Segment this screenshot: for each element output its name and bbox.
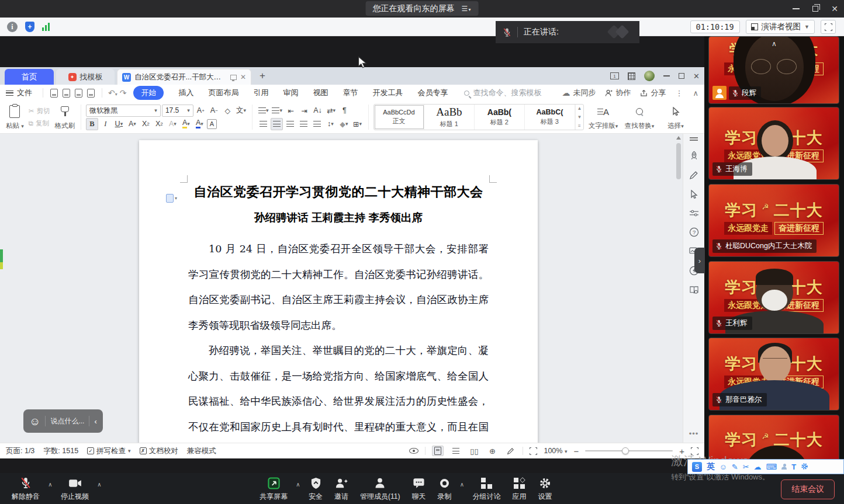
task-pane-icon[interactable] [690,137,698,141]
shield-protect-icon[interactable]: + [25,22,34,32]
format-painter-button[interactable]: 格式刷 [52,103,77,131]
align-center-icon[interactable] [271,118,283,130]
minimize-icon[interactable] [793,8,800,9]
more-tools-icon[interactable]: ••• [689,429,699,438]
tab-document[interactable]: W 自治区党委召开...干部大会(1) ✕ [117,69,251,85]
wps-minimize-icon[interactable] [663,75,670,77]
ribbon-tab-developer[interactable]: 开发工具 [372,88,403,98]
help-icon[interactable]: ? [689,227,699,237]
participant-tile[interactable]: 学习☭二十大 永远跟党走奋进新征程 王利辉 [708,261,839,334]
text-layout-button[interactable]: A 文字排版▾ [585,103,621,131]
meeting-info-icon[interactable]: i [7,22,18,32]
view-mode-button[interactable]: 演讲者视图 ▼ [746,20,815,34]
new-tab-button[interactable]: + [260,70,265,82]
page-view-icon[interactable] [432,446,444,456]
style-heading2[interactable]: AaBb( 标题 2 [475,105,525,130]
decrease-indent-icon[interactable]: ⇤ [285,105,297,117]
read-view-icon[interactable]: ▯▯ [468,446,480,456]
document-canvas[interactable]: ▾ 自治区党委召开学习贯彻党的二十大精神干部大会 孙绍骋讲话 王莉霞主持 李秀领… [0,134,683,443]
web-view-icon[interactable]: ⊕ [486,446,498,456]
ime-logo-icon[interactable]: S [692,462,702,472]
select-arrow-icon[interactable] [690,190,698,199]
scroll-up-icon[interactable] [676,136,681,140]
record-options-chevron[interactable]: ∧ [458,481,465,488]
unmute-button[interactable]: 解除静音 [7,476,44,502]
export-icon[interactable] [63,89,70,98]
underline-button[interactable]: U▾ [113,118,125,130]
proofread-button[interactable]: ✗ 文档校对 [140,446,178,456]
emoji-icon[interactable]: ☺ [29,416,40,427]
mic-options-chevron[interactable]: ∧ [47,481,54,488]
tab-home[interactable]: 首页 [5,69,54,85]
ribbon-tab-section[interactable]: 章节 [343,88,358,98]
chat-button[interactable]: 聊天 [407,476,430,502]
workspace-grid-icon[interactable] [628,72,635,80]
superscript-button[interactable]: X2 [140,118,152,130]
watching-screen-banner[interactable]: 您正在观看向东的屏幕 ☰▾ [366,1,479,16]
wps-maximize-icon[interactable] [679,73,684,79]
ribbon-tab-review[interactable]: 审阅 [283,88,298,98]
highlight-color-button[interactable]: A▾ [180,118,192,130]
ribbon-tab-view[interactable]: 视图 [313,88,328,98]
restore-icon[interactable] [812,6,818,12]
cut-button[interactable]: ✂ 剪切 [29,107,50,116]
char-shading-button[interactable]: A▾ [167,118,179,130]
pen-icon[interactable]: ✎ [732,463,738,471]
char-border-button[interactable]: A [207,119,217,129]
fit-page-icon[interactable] [530,447,537,455]
subscript-button[interactable]: X2 [153,118,165,130]
command-search[interactable]: 查找命令、搜索模板 [464,88,541,98]
expand-panel-tab[interactable]: › [694,248,705,273]
show-marks-button[interactable]: ¶ [338,105,351,117]
copy-button[interactable]: ⧉ 复制 [29,119,50,128]
skin-icon[interactable]: T [791,463,796,471]
ribbon-tab-references[interactable]: 引用 [253,88,268,98]
zoom-level[interactable]: 100% ▾ [544,447,567,455]
find-replace-button[interactable]: 查找替换▾ [621,103,658,131]
increase-indent-icon[interactable]: ⇥ [298,105,310,117]
cloud-icon[interactable]: ☁ [754,463,762,471]
bold-button[interactable]: B [86,118,98,130]
adjust-sliders-icon[interactable] [689,209,699,217]
share-options-chevron[interactable]: ∧ [295,481,302,488]
ime-settings-icon[interactable] [801,463,808,471]
more-options-icon[interactable]: ⋮ [675,89,683,98]
ribbon-tab-member[interactable]: 会员专享 [417,88,448,98]
font-name-combobox[interactable]: 微软雅黑▾ [86,105,161,117]
font-size-combobox[interactable]: 17.5▾ [162,105,193,117]
align-right-icon[interactable] [284,118,296,130]
clear-format-icon[interactable]: ◇ [222,105,234,117]
ime-language-toggle[interactable]: 英 [707,461,715,472]
quick-chat-pill[interactable]: ☺ 说点什么... ‹ [23,409,103,433]
style-heading3[interactable]: AaBbC( 标题 3 [525,105,575,130]
zoom-out-button[interactable]: − [573,446,579,456]
participant-tile[interactable]: 学习☭二十大 永远跟党走奋进新征程 杜聪DUCong内工大土木院 [708,184,839,257]
bullet-list-button[interactable]: ▾ [257,105,270,117]
paste-button[interactable]: 粘贴 ▾ [4,103,26,131]
borders-button[interactable]: ⊞▾ [351,118,364,130]
record-button[interactable]: 录制 [433,476,456,502]
word-count[interactable]: 字数: 1515 [43,446,78,456]
account-icon[interactable] [781,464,787,470]
style-normal[interactable]: AaBbCcDd 正文 [374,105,424,130]
eye-protect-icon[interactable] [409,448,418,454]
document-scrollbar[interactable] [675,135,682,442]
edit-pen-icon[interactable] [504,446,516,456]
share-screen-button[interactable]: 共享屏幕 [255,476,292,502]
scrollbar-thumb[interactable] [676,143,681,179]
strikethrough-button[interactable]: A▾ [126,118,139,130]
print-icon[interactable] [75,89,82,98]
video-options-chevron[interactable]: ∧ [96,481,103,488]
breakout-rooms-button[interactable]: 分组讨论 [468,476,505,502]
close-icon[interactable]: ✕ [831,5,838,13]
rocket-icon[interactable] [689,151,699,161]
emoji-icon[interactable]: ☺ [720,463,727,471]
distribute-icon[interactable] [311,118,323,130]
ribbon-tab-page-layout[interactable]: 页面布局 [208,88,238,98]
outline-view-icon[interactable] [450,446,462,456]
ribbon-tab-insert[interactable]: 插入 [178,88,193,98]
justify-icon[interactable] [298,118,310,130]
end-meeting-button[interactable]: 结束会议 [781,479,835,499]
collapse-chat-icon[interactable]: ‹ [94,417,96,426]
italic-button[interactable]: I [99,118,112,130]
